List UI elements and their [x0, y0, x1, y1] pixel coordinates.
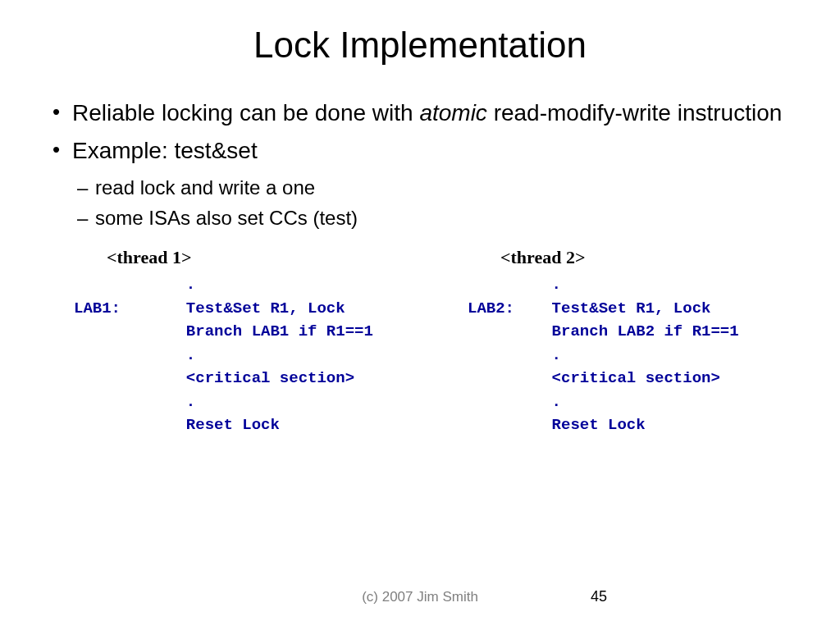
bullet-2-1: read lock and write a one — [49, 175, 807, 200]
thread-2-column: <thread 2> . LAB2: Test&Set R1, Lock Bra… — [500, 247, 807, 437]
thread-2-code: . LAB2: Test&Set R1, Lock Branch LAB2 if… — [468, 273, 807, 437]
bullet-2-2: some ISAs also set CCs (test) — [49, 205, 807, 231]
bullet-1-italic: atomic — [419, 100, 486, 126]
thread-2-code-block: . LAB2: Test&Set R1, Lock Branch LAB2 if… — [468, 273, 807, 437]
slide-content: Reliable locking can be done with atomic… — [33, 98, 807, 437]
bullet-1-pre: Reliable locking can be done with — [72, 100, 419, 126]
thread-2-header: <thread 2> — [500, 247, 807, 268]
page-number: 45 — [591, 588, 607, 605]
thread-1-code-block: . LAB1: Test&Set R1, Lock Branch LAB1 if… — [74, 273, 500, 437]
slide-title: Lock Implementation — [33, 25, 807, 66]
thread-1-column: <thread 1> . LAB1: Test&Set R1, Lock Bra… — [107, 247, 500, 437]
slide: Lock Implementation Reliable locking can… — [0, 0, 840, 630]
footer-copyright: (c) 2007 Jim Smith — [0, 589, 840, 605]
code-area: <thread 1> . LAB1: Test&Set R1, Lock Bra… — [49, 247, 807, 437]
thread-1-header: <thread 1> — [107, 247, 500, 268]
bullet-1: Reliable locking can be done with atomic… — [49, 98, 807, 128]
thread-1-code: . LAB1: Test&Set R1, Lock Branch LAB1 if… — [74, 273, 500, 437]
bullet-2: Example: test&set — [49, 136, 807, 166]
bullet-1-post: read-modify-write instruction — [487, 100, 782, 126]
